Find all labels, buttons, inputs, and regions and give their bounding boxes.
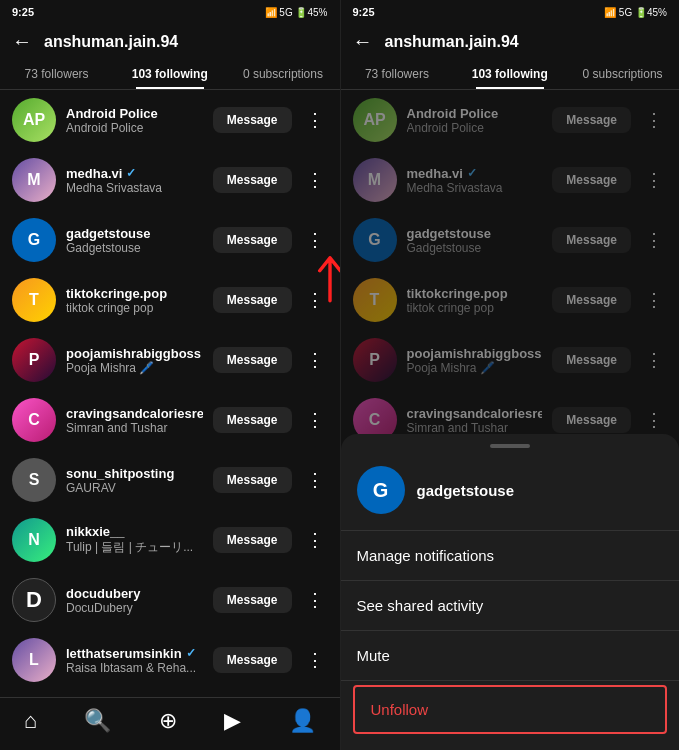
message-button[interactable]: Message (213, 587, 292, 613)
user-name: Pooja Mishra 🖊️ (407, 361, 543, 375)
tab-subscriptions-right[interactable]: 0 subscriptions (566, 59, 679, 89)
tab-followers-right[interactable]: 73 followers (341, 59, 454, 89)
avatar: P (353, 338, 397, 382)
status-time-right: 9:25 (353, 6, 375, 18)
left-panel: 9:25 📶 5G 🔋45% ← anshuman.jain.94 73 fol… (0, 0, 340, 750)
back-button-right[interactable]: ← (353, 30, 373, 53)
list-item: P poojamishrabiggboss Pooja Mishra 🖊️ Me… (0, 330, 340, 390)
sheet-handle (490, 444, 530, 448)
verified-badge: ✓ (186, 646, 196, 660)
user-info: Android Police Android Police (407, 106, 543, 135)
status-time-left: 9:25 (12, 6, 34, 18)
create-icon[interactable]: ⊕ (159, 708, 177, 734)
more-options-icon[interactable]: ⋮ (302, 585, 328, 615)
user-name: Medha Srivastava (66, 181, 203, 195)
user-info: tiktokcringe.pop tiktok cringe pop (66, 286, 203, 315)
reels-icon[interactable]: ▶ (224, 708, 241, 734)
user-info: sonu_shitposting GAURAV (66, 466, 203, 495)
avatar: M (353, 158, 397, 202)
user-handle: cravingsandcaloriesre... (407, 406, 543, 421)
tab-following-right[interactable]: 103 following (453, 59, 566, 89)
status-bar-left: 9:25 📶 5G 🔋45% (0, 0, 340, 22)
manage-notifications-option[interactable]: Manage notifications (341, 531, 680, 580)
message-button[interactable]: Message (213, 527, 292, 553)
message-button[interactable]: Message (552, 407, 631, 433)
mute-option[interactable]: Mute (341, 631, 680, 680)
home-icon[interactable]: ⌂ (24, 708, 37, 734)
message-button[interactable]: Message (213, 467, 292, 493)
user-handle: poojamishrabiggboss (66, 346, 203, 361)
user-handle: Android Police (407, 106, 543, 121)
see-shared-activity-option[interactable]: See shared activity (341, 581, 680, 630)
message-button[interactable]: Message (552, 287, 631, 313)
user-name: DocuDubery (66, 601, 203, 615)
profile-icon[interactable]: 👤 (289, 708, 316, 734)
tab-followers-left[interactable]: 73 followers (0, 59, 113, 89)
more-options-icon[interactable]: ⋮ (641, 405, 667, 435)
message-button[interactable]: Message (552, 347, 631, 373)
network-left: 📶 5G 🔋45% (265, 7, 328, 18)
user-name: Medha Srivastava (407, 181, 543, 195)
more-options-icon[interactable]: ⋮ (302, 525, 328, 555)
message-button[interactable]: Message (552, 167, 631, 193)
user-name: GAURAV (66, 481, 203, 495)
tab-following-left[interactable]: 103 following (113, 59, 226, 89)
user-handle: gadgetstouse (66, 226, 203, 241)
list-item: M medha.vi ✓ Medha Srivastava Message ⋮ (0, 150, 340, 210)
more-options-icon[interactable]: ⋮ (641, 105, 667, 135)
message-button[interactable]: Message (213, 227, 292, 253)
avatar: G (12, 218, 56, 262)
avatar: S (12, 458, 56, 502)
list-item: D docudubery DocuDubery Message ⋮ (0, 570, 340, 630)
tab-subscriptions-left[interactable]: 0 subscriptions (226, 59, 339, 89)
bottom-nav-left: ⌂ 🔍 ⊕ ▶ 👤 (0, 697, 340, 750)
search-icon[interactable]: 🔍 (84, 708, 111, 734)
user-name: Pooja Mishra 🖊️ (66, 361, 203, 375)
more-options-icon[interactable]: ⋮ (302, 225, 328, 255)
list-item: C cravingsandcaloriesre... Simran and Tu… (0, 390, 340, 450)
message-button[interactable]: Message (213, 347, 292, 373)
user-info: cravingsandcaloriesre... Simran and Tush… (66, 406, 203, 435)
more-options-icon[interactable]: ⋮ (302, 465, 328, 495)
user-handle: Android Police (66, 106, 203, 121)
user-info: gadgetstouse Gadgetstouse (66, 226, 203, 255)
message-button[interactable]: Message (552, 107, 631, 133)
message-button[interactable]: Message (213, 647, 292, 673)
bottom-sheet: G gadgetstouse Manage notifications See … (341, 434, 680, 750)
username-right: anshuman.jain.94 (385, 33, 519, 51)
tabs-right: 73 followers 103 following 0 subscriptio… (341, 59, 680, 90)
more-options-icon[interactable]: ⋮ (302, 645, 328, 675)
avatar: C (12, 398, 56, 442)
message-button[interactable]: Message (213, 107, 292, 133)
list-item: N nikkxie__ Tulip | 들림 | チューリ... Message… (0, 510, 340, 570)
list-item: AP Android Police Android Police Message… (341, 90, 680, 150)
status-icons-left: 📶 5G 🔋45% (265, 7, 328, 18)
user-info: medha.vi ✓ Medha Srivastava (66, 166, 203, 195)
more-options-icon[interactable]: ⋮ (302, 105, 328, 135)
more-options-icon[interactable]: ⋮ (302, 285, 328, 315)
more-options-icon[interactable]: ⋮ (302, 405, 328, 435)
more-options-icon[interactable]: ⋮ (641, 225, 667, 255)
more-options-icon[interactable]: ⋮ (641, 285, 667, 315)
avatar: P (12, 338, 56, 382)
message-button[interactable]: Message (552, 227, 631, 253)
user-handle: cravingsandcaloriesre... (66, 406, 203, 421)
list-item: T tiktokcringe.pop tiktok cringe pop Mes… (0, 270, 340, 330)
list-item: L letthatserumsinkin ✓ Raisa Ibtasam & R… (0, 630, 340, 690)
avatar: N (12, 518, 56, 562)
more-options-icon[interactable]: ⋮ (302, 165, 328, 195)
more-options-icon[interactable]: ⋮ (641, 165, 667, 195)
sheet-avatar: G (357, 466, 405, 514)
user-info: tiktokcringe.pop tiktok cringe pop (407, 286, 543, 315)
unfollow-option[interactable]: Unfollow (353, 685, 668, 734)
message-button[interactable]: Message (213, 407, 292, 433)
right-panel: 9:25 📶 5G 🔋45% ← anshuman.jain.94 73 fol… (340, 0, 680, 750)
message-button[interactable]: Message (213, 287, 292, 313)
message-button[interactable]: Message (213, 167, 292, 193)
following-list-left: AP Android Police Android Police Message… (0, 90, 340, 697)
user-handle: nikkxie__ (66, 524, 203, 539)
user-name: Android Police (66, 121, 203, 135)
more-options-icon[interactable]: ⋮ (302, 345, 328, 375)
more-options-icon[interactable]: ⋮ (641, 345, 667, 375)
back-button-left[interactable]: ← (12, 30, 32, 53)
